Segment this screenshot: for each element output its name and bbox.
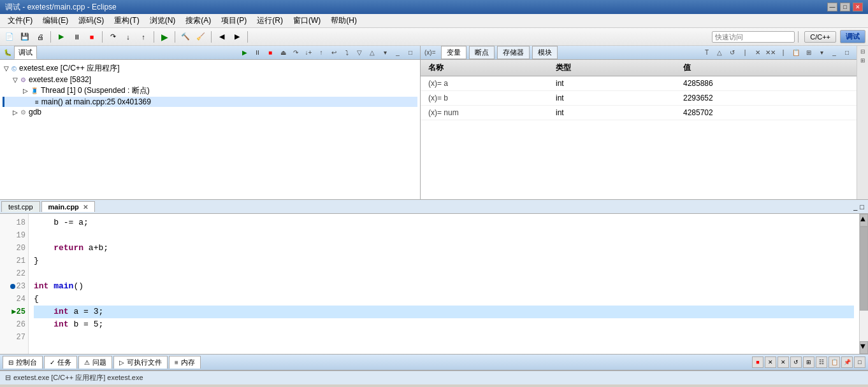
var-val-b: 2293652: [678, 92, 854, 104]
debug-resume-btn[interactable]: ▶: [239, 47, 250, 59]
tb-forward[interactable]: ▶: [230, 30, 244, 44]
bt-stop[interactable]: ■: [752, 356, 763, 368]
bt-r1[interactable]: ↺: [790, 356, 802, 368]
tree-item-process[interactable]: ▽ ⚙ exetest.exe [5832]: [3, 74, 417, 85]
menu-file[interactable]: 文件(F): [3, 14, 38, 27]
editor-vscroll[interactable]: ▲ ▼: [859, 214, 868, 354]
tree-item-gdb[interactable]: ▷ ⚙ gdb: [3, 107, 417, 117]
debug-step-return[interactable]: ↑: [315, 47, 327, 59]
debug-tab[interactable]: 调试: [14, 46, 37, 59]
menu-help[interactable]: 帮助(H): [326, 14, 362, 27]
debug-use-step[interactable]: ⤵: [341, 47, 352, 59]
var-copy-btn[interactable]: 📋: [790, 47, 802, 59]
debug-drop-frame[interactable]: ↩: [328, 47, 340, 59]
var-max[interactable]: □: [841, 47, 853, 59]
editor-content[interactable]: 18 19 20 21 22 23 24 ▶ 25 26 27: [0, 214, 868, 354]
tree-item-thread[interactable]: ▷ 🧵 Thread [1] 0 (Suspended : 断点): [3, 85, 417, 97]
minimize-button[interactable]: —: [827, 3, 837, 11]
tab-tasks[interactable]: ✓ 任务: [44, 356, 77, 369]
tb-step-return[interactable]: ↑: [136, 30, 150, 44]
tab-memory[interactable]: 存储器: [497, 46, 530, 59]
rs-btn-1[interactable]: ⊟: [860, 48, 865, 55]
close-button[interactable]: ✕: [853, 3, 863, 11]
menu-window[interactable]: 窗口(W): [288, 14, 326, 27]
tb-run-btn[interactable]: ▶: [157, 30, 171, 44]
debug-expand[interactable]: ▽: [354, 47, 365, 59]
tb-step-over[interactable]: ↷: [106, 30, 120, 44]
var-menu[interactable]: ▾: [816, 47, 827, 59]
debug-suspend-btn[interactable]: ⏸: [252, 47, 263, 59]
vscroll-thumb[interactable]: [860, 227, 868, 311]
menu-project[interactable]: 项目(P): [216, 14, 252, 27]
bt-layout[interactable]: ⊞: [803, 356, 814, 368]
tree-expand-icon: ▽: [4, 65, 9, 72]
debug-terminate-btn[interactable]: ■: [264, 47, 276, 59]
bt-r2[interactable]: ☷: [816, 356, 827, 368]
tb-new[interactable]: 📄: [3, 30, 17, 44]
debug-min[interactable]: _: [392, 47, 403, 59]
editor-maximize[interactable]: □: [860, 203, 864, 211]
menu-navigate[interactable]: 浏览(N): [145, 14, 181, 27]
var-layout-btn[interactable]: ⊞: [803, 47, 814, 59]
tab-breakpoints[interactable]: 断点: [469, 46, 495, 59]
tb-debug-run[interactable]: ▶: [54, 30, 68, 44]
tb-back[interactable]: ◀: [215, 30, 229, 44]
menu-edit[interactable]: 编辑(E): [38, 14, 73, 27]
tab-problems[interactable]: ⚠ 问题: [78, 356, 112, 369]
tab-console[interactable]: ⊟ 控制台: [3, 356, 43, 369]
menu-run[interactable]: 运行(R): [252, 14, 288, 27]
var-row-a[interactable]: (x)= a int 4285886: [421, 76, 857, 91]
debug-collapse[interactable]: △: [366, 47, 378, 59]
bt-x2[interactable]: ✕: [778, 356, 789, 368]
tab-modules[interactable]: 模块: [532, 46, 558, 59]
tb-build[interactable]: 🔨: [178, 30, 192, 44]
debug-menu[interactable]: ▾: [379, 47, 391, 59]
maximize-button[interactable]: □: [840, 3, 850, 11]
tree-gdb-label: gdb: [29, 108, 41, 116]
tab-memory-panel[interactable]: ≡ 内存: [169, 356, 201, 369]
debug-mode-button[interactable]: 调试: [840, 30, 865, 43]
tab-main-cpp-close[interactable]: ✕: [83, 204, 88, 211]
tb-debug-stop[interactable]: ■: [85, 30, 99, 44]
debug-step-into[interactable]: ↓+: [303, 47, 314, 59]
var-min[interactable]: _: [828, 47, 840, 59]
var-collapse-btn[interactable]: △: [714, 47, 725, 59]
quick-access-search[interactable]: [712, 31, 795, 43]
menu-refactor[interactable]: 重构(T): [109, 14, 144, 27]
menu-source[interactable]: 源码(S): [73, 14, 109, 27]
bt-pin[interactable]: 📌: [841, 356, 853, 368]
tb-debug-pause[interactable]: ⏸: [69, 30, 83, 44]
vscroll-down[interactable]: ▼: [860, 341, 868, 354]
var-row-b[interactable]: (x)= b int 2293652: [421, 91, 857, 106]
debug-step-over[interactable]: ↷: [290, 47, 301, 59]
tab-executables[interactable]: ▷ 可执行文件: [113, 356, 168, 369]
tab-variables[interactable]: 变量: [441, 46, 467, 59]
tb-clean[interactable]: 🧹: [194, 30, 208, 44]
bt-x1[interactable]: ✕: [765, 356, 776, 368]
tab-main-cpp[interactable]: main.cpp ✕: [41, 201, 95, 212]
debug-max[interactable]: □: [405, 47, 416, 59]
quick-access-input[interactable]: [715, 33, 792, 41]
editor-minimize[interactable]: _: [853, 203, 857, 211]
tree-item-project[interactable]: ▽ © exetest.exe [C/C++ 应用程序]: [3, 62, 417, 74]
editor-controls: _ □: [853, 203, 867, 211]
vscroll-up[interactable]: ▲: [860, 214, 868, 227]
menu-search[interactable]: 搜索(A): [180, 14, 216, 27]
tree-item-frame[interactable]: ≡ main() at main.cpp:25 0x401369: [3, 97, 417, 107]
status-icon: ⊟: [5, 374, 11, 382]
rs-btn-2[interactable]: ⊞: [860, 57, 865, 64]
cpp-mode-button[interactable]: C/C++: [804, 31, 836, 43]
debug-disconnect-btn[interactable]: ⏏: [277, 47, 289, 59]
tb-save[interactable]: 💾: [18, 30, 32, 44]
var-row-num[interactable]: (x)= num int 4285702: [421, 106, 857, 120]
debug-arrow-icon: ▶: [11, 306, 16, 318]
var-del-all-btn[interactable]: ✕✕: [765, 47, 776, 59]
tb-step-into[interactable]: ↓: [121, 30, 135, 44]
tb-print[interactable]: 🖨: [33, 30, 47, 44]
var-refresh-btn[interactable]: ↺: [727, 47, 738, 59]
bt-max[interactable]: □: [854, 356, 865, 368]
var-show-type-btn[interactable]: T: [701, 47, 712, 59]
tab-test-cpp[interactable]: test.cpp: [1, 201, 40, 212]
bt-copy[interactable]: 📋: [828, 356, 840, 368]
var-del-btn[interactable]: ✕: [752, 47, 763, 59]
